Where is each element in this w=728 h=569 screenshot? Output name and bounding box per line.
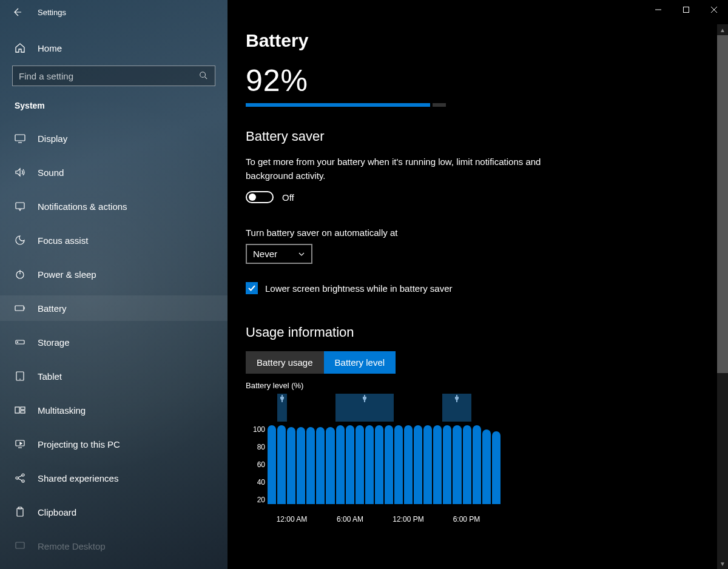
sidebar-item-multitasking[interactable]: Multitasking — [12, 397, 215, 423]
tab-battery-usage[interactable]: Battery usage — [246, 351, 324, 374]
svg-rect-2 — [16, 203, 24, 209]
chart-bar — [297, 427, 305, 504]
nav-label: Remote Desktop — [38, 541, 106, 551]
nav-label: Storage — [38, 337, 70, 348]
sidebar-item-projecting-to-this-pc[interactable]: Projecting to this PC — [12, 431, 215, 457]
power-icon — [15, 269, 25, 280]
nav-label: Projecting to this PC — [38, 439, 120, 449]
search-input[interactable] — [19, 71, 199, 81]
svg-rect-9 — [21, 407, 25, 409]
svg-rect-4 — [15, 306, 24, 311]
auto-on-value: Never — [253, 249, 277, 259]
chart-bar — [277, 425, 286, 504]
chart-bar — [482, 429, 491, 505]
nav-label: Sound — [38, 167, 64, 178]
chart-bar — [394, 425, 403, 504]
charging-indicator — [335, 394, 394, 422]
battery-percent: 92% — [246, 63, 710, 98]
sidebar-item-display[interactable]: Display — [12, 126, 215, 151]
auto-on-label: Turn battery saver on automatically at — [246, 227, 710, 238]
svg-rect-10 — [21, 411, 25, 413]
svg-point-14 — [22, 480, 24, 482]
chart-bar — [306, 427, 315, 504]
charging-indicator — [442, 394, 471, 422]
chart-bar — [433, 425, 442, 504]
content: Battery 92% Battery saver To get more fr… — [228, 0, 728, 569]
nav-label: Battery — [38, 303, 67, 314]
nav-label: Tablet — [38, 371, 62, 382]
y-tick: 60 — [246, 460, 265, 469]
scroll-down-arrow[interactable]: ▼ — [717, 558, 728, 569]
home-nav[interactable]: Home — [12, 36, 215, 66]
home-icon — [15, 42, 25, 53]
battery-level-chart: 10080604020 12:00 AM6:00 AM12:00 PM6:00 … — [246, 394, 500, 515]
nav-label: Multitasking — [38, 405, 86, 416]
chart-bars — [268, 425, 500, 504]
charging-indicator — [277, 394, 287, 422]
chart-y-axis: 10080604020 — [246, 425, 265, 504]
svg-rect-8 — [15, 407, 19, 413]
plug-icon — [362, 395, 367, 402]
search-box[interactable] — [12, 66, 215, 86]
nav-label: Display — [38, 133, 67, 144]
display-icon — [15, 133, 25, 144]
svg-point-0 — [200, 72, 206, 78]
app-title: Settings — [38, 8, 66, 17]
chart-bar — [356, 425, 364, 504]
remote-icon — [15, 540, 25, 551]
plug-icon — [280, 395, 285, 402]
chart-bar — [443, 425, 451, 504]
svg-rect-18 — [684, 7, 689, 13]
window-controls — [644, 0, 728, 19]
sidebar-item-focus-assist[interactable]: Focus assist — [12, 227, 215, 253]
chart-bar — [463, 425, 471, 504]
settings-sidebar: Settings Home System DisplaySoundNotific… — [0, 0, 228, 569]
x-tick: 12:00 AM — [277, 515, 308, 524]
chart-title: Battery level (%) — [246, 381, 710, 390]
chart-bar — [336, 425, 345, 504]
nav-label: Shared experiences — [38, 473, 118, 483]
storage-icon — [15, 337, 25, 348]
battery-icon — [15, 303, 25, 314]
sidebar-item-clipboard[interactable]: Clipboard — [12, 499, 215, 525]
battery-saver-toggle[interactable] — [246, 191, 274, 203]
sidebar-item-tablet[interactable]: Tablet — [12, 363, 215, 389]
lower-brightness-checkbox[interactable] — [246, 282, 258, 294]
sidebar-item-power-sleep[interactable]: Power & sleep — [12, 261, 215, 287]
chevron-down-icon — [298, 251, 305, 258]
maximize-button[interactable] — [672, 0, 700, 19]
scrollbar-thumb[interactable] — [717, 35, 728, 373]
svg-rect-15 — [17, 508, 23, 516]
sidebar-item-shared-experiences[interactable]: Shared experiences — [12, 465, 215, 491]
usage-tabs: Battery usageBattery level — [246, 351, 710, 374]
main-panel: Battery 92% Battery saver To get more fr… — [228, 0, 728, 569]
y-tick: 80 — [246, 443, 265, 451]
chart-bar — [316, 427, 325, 504]
x-tick: 6:00 PM — [453, 515, 480, 524]
home-label: Home — [38, 43, 62, 53]
minimize-button[interactable] — [644, 0, 672, 19]
sidebar-item-notifications-actions[interactable]: Notifications & actions — [12, 194, 215, 219]
x-tick: 12:00 PM — [393, 515, 423, 524]
chart-bar — [473, 425, 481, 504]
scroll-up-arrow[interactable]: ▲ — [717, 24, 728, 35]
y-tick: 20 — [246, 496, 265, 504]
vertical-scrollbar[interactable]: ▲ ▼ — [717, 24, 728, 569]
nav-label: Notifications & actions — [38, 201, 127, 212]
sidebar-item-remote-desktop[interactable]: Remote Desktop — [12, 533, 215, 559]
page-title: Battery — [246, 30, 710, 51]
svg-rect-17 — [16, 542, 24, 548]
titlebar: Settings — [0, 0, 228, 24]
close-button[interactable] — [700, 0, 728, 19]
sidebar-item-storage[interactable]: Storage — [12, 329, 215, 355]
sidebar-item-sound[interactable]: Sound — [12, 160, 215, 185]
sidebar-item-battery[interactable]: Battery — [0, 295, 228, 321]
auto-on-dropdown[interactable]: Never — [246, 244, 312, 264]
projecting-icon — [15, 439, 25, 449]
tab-battery-level[interactable]: Battery level — [324, 351, 396, 374]
back-button[interactable] — [11, 6, 23, 18]
nav-label: Clipboard — [38, 507, 76, 517]
search-icon — [199, 71, 209, 81]
chart-bar — [492, 431, 500, 504]
battery-saver-toggle-label: Off — [282, 192, 294, 203]
